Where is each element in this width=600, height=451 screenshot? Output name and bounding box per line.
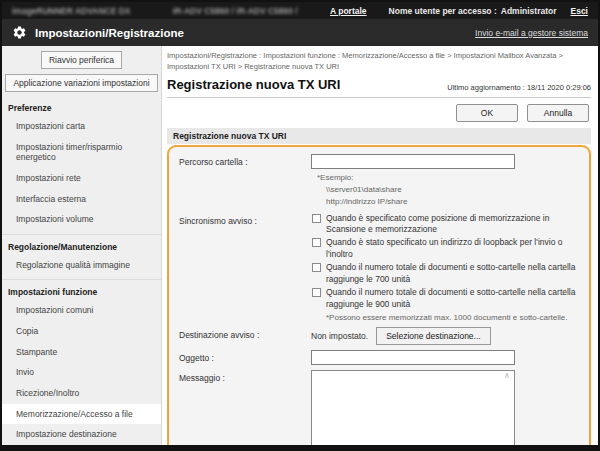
- sidebar-section-regolazione: Regolazione/Manutenzione: [2, 234, 161, 255]
- email-admin-link[interactable]: Invio e-mail a gestore sistema: [475, 28, 588, 38]
- example-unc-path: \\server01\data\share: [326, 184, 579, 196]
- page-title: Registrazione nuova TX URI: [167, 77, 340, 92]
- message-row: Messaggio : ∧ ∨: [179, 370, 579, 445]
- tx-uri-form-panel: Percorso cartella : *Esempio: \\server01…: [167, 145, 591, 446]
- remote-ui-window: imageRUNNER ADVANCE DX iR-ADV C5860 / iR…: [0, 0, 600, 451]
- sidebar-section-preferenze: Preferenze: [2, 96, 161, 116]
- folder-path-example: *Esempio: \\server01\data\share http://i…: [317, 172, 579, 208]
- sidebar-item-memorizzazione-accesso-file[interactable]: Memorizzazione/Accesso a file: [2, 404, 161, 425]
- sidebar-item-invio[interactable]: Invio: [2, 362, 161, 383]
- login-user-value: Administrator: [501, 6, 557, 16]
- action-button-row: OK Annulla: [167, 104, 589, 122]
- sidebar-item-impostazioni-comuni[interactable]: Impostazioni comuni: [2, 300, 161, 321]
- settings-sidebar: Riavvio periferica Applicazione variazio…: [2, 46, 162, 445]
- sync-option-4-checkbox[interactable]: [312, 288, 321, 297]
- folder-path-row: Percorso cartella : *Esempio: \\server01…: [179, 154, 579, 208]
- example-title: *Esempio:: [317, 172, 579, 184]
- portal-link[interactable]: A portale: [330, 6, 367, 16]
- subject-input[interactable]: [311, 350, 515, 365]
- sidebar-item-regolazione-qualita[interactable]: Regolazione qualità immagine: [2, 255, 161, 276]
- sidebar-item-ricezione-inoltro[interactable]: Ricezione/Inoltro: [2, 383, 161, 404]
- logout-link[interactable]: Esci: [571, 6, 589, 16]
- title-row: Registrazione nuova TX URI Ultimo aggior…: [167, 77, 591, 98]
- sync-option-row: Quando è specificato come posizione di m…: [311, 213, 579, 236]
- gear-icon: [12, 25, 27, 40]
- sync-option-1-checkbox[interactable]: [312, 214, 321, 223]
- sidebar-item-interfaccia-esterna[interactable]: Interfaccia esterna: [2, 189, 161, 210]
- form-section-header: Registrazione nuova TX URI: [167, 128, 591, 144]
- sidebar-item-impostazione-destinazione[interactable]: Impostazione destinazione: [2, 424, 161, 445]
- sync-notice-row: Sincronismo avviso : Quando è specificat…: [179, 213, 579, 323]
- sidebar-item-impostazioni-volume[interactable]: Impostazioni volume: [2, 209, 161, 230]
- sync-option-3-checkbox[interactable]: [312, 263, 321, 272]
- main-content: Impostazioni/Registrazione : Impostazion…: [162, 46, 598, 445]
- sync-notice-footnote: *Possono essere memorizzati max. 1000 do…: [326, 313, 579, 322]
- login-user-label: Nome utente per accesso :: [389, 6, 497, 16]
- message-scrollbar[interactable]: ∧ ∨: [501, 372, 513, 445]
- restart-device-button[interactable]: Riavvio periferica: [41, 51, 122, 69]
- sync-option-row: Quando il numero totale di documenti e s…: [311, 262, 579, 285]
- select-destination-button[interactable]: Selezione destinazione...: [376, 327, 491, 345]
- sync-option-4-label: Quando il numero totale di documenti e s…: [326, 287, 579, 310]
- device-name-blurred: imageRUNNER ADVANCE DX: [12, 6, 131, 16]
- page-section-title: Impostazioni/Registrazione: [35, 27, 475, 39]
- sync-option-1-label: Quando è specificato come posizione di m…: [326, 213, 579, 236]
- message-textarea[interactable]: ∧ ∨: [311, 370, 515, 445]
- device-model-blurred: iR-ADV C5860 / iR-ADV C5860 /: [173, 6, 298, 16]
- notice-destination-label: Destinazione avviso :: [179, 327, 311, 345]
- sync-option-row: Quando il numero totale di documenti e s…: [311, 287, 579, 310]
- sync-option-2-checkbox[interactable]: [312, 238, 321, 247]
- message-label: Messaggio :: [179, 370, 311, 445]
- sync-notice-label: Sincronismo avviso :: [179, 213, 311, 323]
- folder-path-label: Percorso cartella :: [179, 154, 311, 208]
- last-update-text: Ultimo aggiornamento : 18/11 2020 0:29:0…: [447, 83, 591, 92]
- sidebar-section-funzione: Impostazioni funzione: [2, 279, 161, 300]
- sidebar-item-impostazioni-timer[interactable]: Impostazioni timer/risparmio energetico: [2, 137, 161, 168]
- subject-label: Oggetto :: [179, 350, 311, 365]
- sync-option-2-label: Quando è stato specificato un indirizzo …: [326, 237, 579, 260]
- subject-row: Oggetto :: [179, 350, 579, 365]
- sidebar-item-impostazioni-carta[interactable]: Impostazioni carta: [2, 116, 161, 137]
- notice-destination-row: Destinazione avviso : Non impostato. Sel…: [179, 327, 579, 345]
- sidebar-item-copia[interactable]: Copia: [2, 321, 161, 342]
- sidebar-item-impostazioni-rete[interactable]: Impostazioni rete: [2, 168, 161, 189]
- example-http-path: http://indirizzo IP/share: [326, 196, 579, 208]
- sync-option-row: Quando è stato specificato un indirizzo …: [311, 237, 579, 260]
- sidebar-item-stampante[interactable]: Stampante: [2, 342, 161, 363]
- ok-button[interactable]: OK: [456, 104, 518, 122]
- apply-setting-changes-button[interactable]: Applicazione variazioni impostazioni: [5, 74, 157, 92]
- device-topbar: imageRUNNER ADVANCE DX iR-ADV C5860 / iR…: [2, 2, 598, 19]
- cancel-button[interactable]: Annulla: [527, 104, 589, 122]
- folder-path-input[interactable]: [311, 154, 515, 169]
- scroll-up-icon[interactable]: ∧: [504, 372, 510, 380]
- settings-header: Impostazioni/Registrazione Invio e-mail …: [2, 19, 598, 46]
- breadcrumb[interactable]: Impostazioni/Registrazione : Impostazion…: [167, 50, 591, 73]
- notice-destination-status: Non impostato.: [311, 331, 368, 341]
- sync-option-3-label: Quando il numero totale di documenti e s…: [326, 262, 579, 285]
